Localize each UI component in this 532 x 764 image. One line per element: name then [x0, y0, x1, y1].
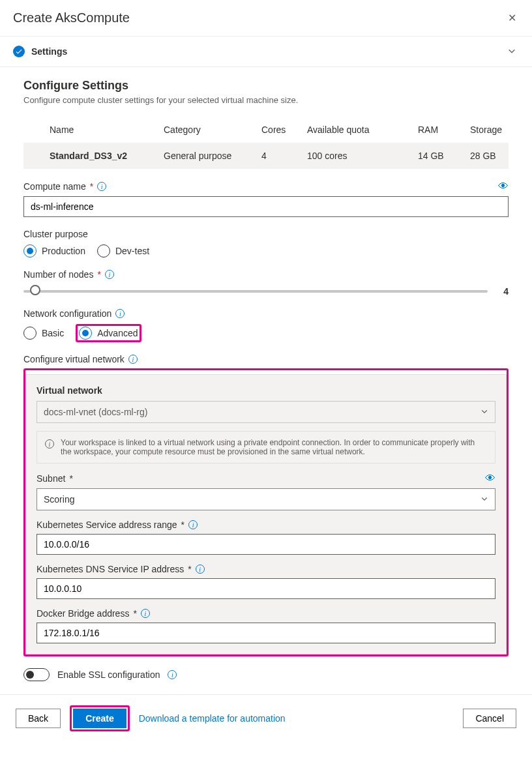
- k8s-range-input[interactable]: [37, 534, 495, 555]
- nodes-label: Number of nodes: [23, 269, 93, 280]
- vnet-panel: Virtual network docs-ml-vnet (docs-ml-rg…: [25, 374, 507, 654]
- vm-table-header: Name Category Cores Available quota RAM …: [23, 117, 509, 143]
- close-icon[interactable]: ✕: [508, 12, 516, 24]
- col-quota: Available quota: [307, 125, 418, 135]
- settings-section-header[interactable]: Settings: [0, 37, 532, 67]
- chevron-down-icon: [480, 407, 488, 417]
- subnet-select[interactable]: Scoring: [37, 488, 495, 510]
- cluster-purpose-label: Cluster purpose: [23, 229, 88, 239]
- cell-category: General purpose: [164, 151, 261, 161]
- k8s-dns-input[interactable]: [37, 578, 495, 599]
- virtual-network-label: Virtual network: [37, 385, 495, 396]
- back-button[interactable]: Back: [16, 709, 61, 728]
- radio-advanced[interactable]: Advanced: [79, 327, 138, 340]
- info-icon[interactable]: i: [196, 565, 205, 574]
- info-icon[interactable]: i: [115, 309, 125, 318]
- chevron-down-icon: [507, 46, 516, 57]
- info-icon[interactable]: i: [141, 609, 150, 618]
- radio-devtest[interactable]: Dev-test: [97, 244, 149, 257]
- cell-ram: 14 GB: [418, 151, 470, 161]
- check-circle-icon: [13, 46, 25, 57]
- compute-name-label: Compute name: [23, 181, 86, 192]
- dialog-header: Create AksCompute ✕: [0, 0, 532, 37]
- nodes-value: 4: [503, 286, 509, 297]
- vnet-infobox: i Your workspace is linked to a virtual …: [37, 431, 495, 463]
- dialog-footer: Back Create Download a template for auto…: [0, 694, 532, 742]
- section-title: Settings: [31, 46, 67, 57]
- info-icon: i: [45, 439, 54, 448]
- ssl-toggle[interactable]: [23, 668, 50, 681]
- nodes-slider[interactable]: [23, 290, 488, 293]
- required-asterisk: *: [90, 181, 93, 192]
- virtual-network-value: docs-ml-vnet (docs-ml-rg): [44, 407, 147, 417]
- radio-production-label: Production: [42, 246, 85, 256]
- subnet-value: Scoring: [44, 494, 74, 505]
- network-label: Network configuration: [23, 308, 111, 319]
- configure-subtitle: Configure compute cluster settings for y…: [23, 95, 509, 105]
- info-icon[interactable]: i: [105, 270, 114, 279]
- col-category: Category: [164, 125, 261, 135]
- info-icon[interactable]: i: [168, 670, 177, 679]
- create-button[interactable]: Create: [73, 709, 126, 728]
- col-name: Name: [50, 125, 164, 135]
- col-ram: RAM: [418, 125, 470, 135]
- cell-cores: 4: [261, 151, 307, 161]
- k8s-dns-label: Kubernetes DNS Service IP address: [37, 564, 184, 574]
- preview-icon[interactable]: 👁: [498, 181, 509, 192]
- dialog-title: Create AksCompute: [13, 10, 130, 25]
- radio-production[interactable]: Production: [23, 244, 85, 257]
- cancel-button[interactable]: Cancel: [463, 709, 516, 728]
- chevron-down-icon: [480, 494, 488, 505]
- info-icon[interactable]: i: [97, 182, 106, 191]
- k8s-range-label: Kubernetes Service address range: [37, 520, 177, 530]
- cell-storage: 28 GB: [470, 151, 501, 161]
- docker-input[interactable]: [37, 623, 495, 643]
- ssl-label: Enable SSL configuration: [57, 669, 160, 680]
- radio-basic-label: Basic: [42, 328, 64, 338]
- vnet-infobox-text: Your workspace is linked to a virtual ne…: [61, 438, 487, 456]
- info-icon[interactable]: i: [128, 355, 138, 364]
- download-template-link[interactable]: Download a template for automation: [139, 713, 286, 724]
- virtual-network-select[interactable]: docs-ml-vnet (docs-ml-rg): [37, 401, 495, 423]
- col-storage: Storage: [470, 125, 502, 135]
- preview-icon[interactable]: 👁: [485, 473, 495, 484]
- configure-heading: Configure Settings: [23, 79, 509, 93]
- cell-quota: 100 cores: [307, 151, 418, 161]
- cell-name: Standard_DS3_v2: [50, 151, 164, 161]
- col-cores: Cores: [261, 125, 307, 135]
- info-icon[interactable]: i: [188, 520, 198, 529]
- radio-devtest-label: Dev-test: [115, 246, 149, 256]
- docker-label: Docker Bridge address: [37, 608, 129, 619]
- vm-table-row[interactable]: Standard_DS3_v2 General purpose 4 100 co…: [23, 143, 509, 169]
- subnet-label: Subnet: [37, 473, 65, 484]
- compute-name-input[interactable]: [23, 196, 509, 217]
- radio-basic[interactable]: Basic: [23, 327, 64, 340]
- vm-table: Name Category Cores Available quota RAM …: [23, 117, 509, 169]
- slider-thumb[interactable]: [30, 285, 40, 295]
- configure-vnet-label: Configure virtual network: [23, 354, 125, 364]
- radio-advanced-label: Advanced: [97, 328, 138, 338]
